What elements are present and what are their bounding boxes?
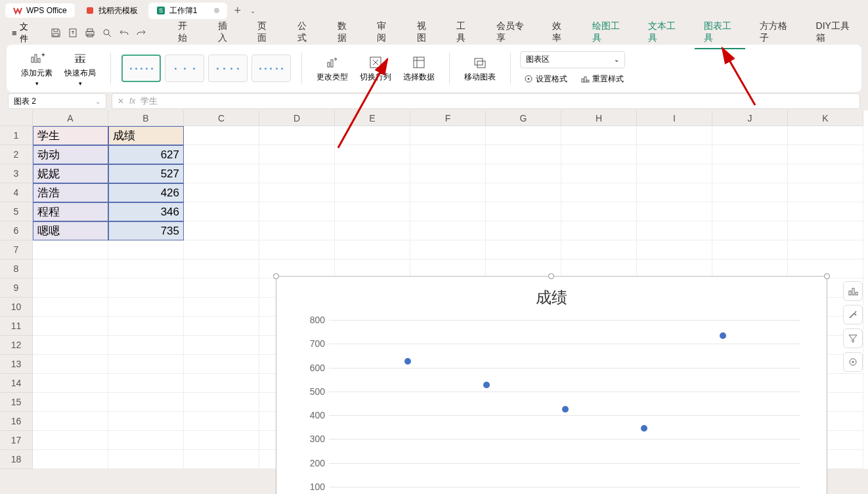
chart-style-2[interactable] [165, 55, 204, 82]
change-type-button[interactable]: 更改类型 [311, 52, 353, 85]
cell[interactable] [788, 221, 863, 240]
chart-filter-button[interactable] [843, 328, 863, 348]
cell[interactable] [712, 202, 788, 221]
cell[interactable] [259, 202, 335, 221]
chart-style-4[interactable] [251, 55, 291, 82]
cell[interactable] [637, 126, 712, 145]
cell[interactable] [712, 183, 788, 202]
cell[interactable] [184, 202, 259, 221]
cell[interactable] [486, 126, 561, 145]
cell[interactable] [184, 450, 259, 469]
cell[interactable] [108, 259, 184, 279]
row-header[interactable]: 17 [0, 431, 33, 450]
cell[interactable] [108, 298, 184, 317]
col-header[interactable]: H [561, 110, 637, 126]
name-box[interactable]: 图表 2 ⌄ [8, 93, 106, 109]
cell[interactable] [184, 431, 259, 450]
quick-layout-button[interactable]: 快速布局▾ [59, 48, 101, 89]
col-header[interactable]: J [712, 110, 788, 126]
cell[interactable] [637, 145, 712, 164]
col-header[interactable]: D [259, 110, 335, 126]
cell[interactable] [712, 221, 788, 240]
row-header[interactable]: 8 [0, 259, 33, 279]
cell[interactable] [486, 183, 561, 202]
cell[interactable] [410, 240, 486, 259]
resize-handle-icon[interactable] [548, 273, 554, 279]
tab-view[interactable]: 视图 [408, 16, 443, 49]
tab-member[interactable]: 会员专享 [487, 16, 538, 49]
cell[interactable] [184, 145, 259, 164]
col-header[interactable]: F [410, 110, 486, 126]
tab-page[interactable]: 页面 [248, 16, 283, 49]
cell[interactable] [184, 164, 259, 183]
data-point[interactable] [404, 358, 411, 365]
cell[interactable] [108, 355, 184, 374]
chart-title[interactable]: 成绩 [276, 277, 827, 313]
col-header[interactable]: A [33, 110, 108, 126]
cell[interactable]: 浩浩 [33, 183, 108, 202]
row-header[interactable]: 16 [0, 412, 33, 431]
chart-elements-button[interactable] [843, 281, 863, 301]
print-icon[interactable] [82, 25, 98, 41]
tab-fangfang[interactable]: 方方格子 [750, 16, 801, 49]
cell[interactable] [486, 221, 561, 240]
tab-formula[interactable]: 公式 [288, 16, 323, 49]
data-point[interactable] [483, 382, 490, 388]
cell[interactable] [335, 183, 410, 202]
tab-add-button[interactable]: + [230, 4, 245, 18]
col-header[interactable]: G [486, 110, 561, 126]
row-header[interactable]: 6 [0, 221, 33, 240]
cell[interactable] [712, 126, 788, 145]
cell[interactable] [788, 183, 863, 202]
cell[interactable] [108, 279, 184, 298]
cell[interactable] [335, 164, 410, 183]
cell[interactable] [33, 298, 108, 317]
cell[interactable] [108, 374, 184, 393]
cell[interactable] [712, 145, 788, 164]
tab-insert[interactable]: 插入 [209, 16, 244, 49]
cell[interactable] [335, 126, 410, 145]
row-header[interactable]: 2 [0, 145, 33, 164]
cell[interactable] [335, 221, 410, 240]
cell[interactable] [410, 164, 486, 183]
cell[interactable] [108, 393, 184, 412]
cell[interactable] [788, 145, 863, 164]
cell[interactable]: 动动 [33, 145, 108, 164]
row-header[interactable]: 4 [0, 183, 33, 202]
cell[interactable] [33, 336, 108, 355]
cell[interactable] [410, 126, 486, 145]
cell[interactable] [33, 393, 108, 412]
row-header[interactable]: 7 [0, 240, 33, 259]
cell[interactable] [410, 202, 486, 221]
chart[interactable]: 成绩 01002003004005006007008000123456 成绩 [276, 276, 827, 494]
cell[interactable] [33, 374, 108, 393]
col-header[interactable]: C [184, 110, 259, 126]
row-header[interactable]: 12 [0, 336, 33, 355]
cell[interactable] [184, 336, 259, 355]
tab-app[interactable]: WPS Office [5, 3, 75, 18]
cell[interactable] [335, 240, 410, 259]
file-menu[interactable]: ≡ 文件 [5, 18, 41, 47]
cell[interactable] [486, 202, 561, 221]
formula-input[interactable] [141, 97, 854, 106]
data-point[interactable] [720, 332, 726, 339]
cell[interactable] [561, 221, 637, 240]
tab-start[interactable]: 开始 [169, 16, 204, 49]
cell[interactable] [410, 183, 486, 202]
cell[interactable] [259, 240, 335, 259]
tab-tools[interactable]: 工具 [447, 16, 482, 49]
cell[interactable]: 嗯嗯 [33, 221, 108, 240]
export-icon[interactable] [65, 25, 81, 41]
col-header[interactable]: I [637, 110, 712, 126]
row-header[interactable]: 5 [0, 202, 33, 221]
preview-icon[interactable] [99, 25, 115, 41]
redo-icon[interactable] [133, 25, 149, 41]
cell[interactable] [335, 145, 410, 164]
add-element-button[interactable]: + 添加元素▾ [16, 48, 58, 89]
cell[interactable] [33, 355, 108, 374]
cell[interactable] [184, 298, 259, 317]
cell[interactable] [108, 317, 184, 336]
row-header[interactable]: 14 [0, 374, 33, 393]
cell[interactable] [184, 317, 259, 336]
cell[interactable] [561, 183, 637, 202]
